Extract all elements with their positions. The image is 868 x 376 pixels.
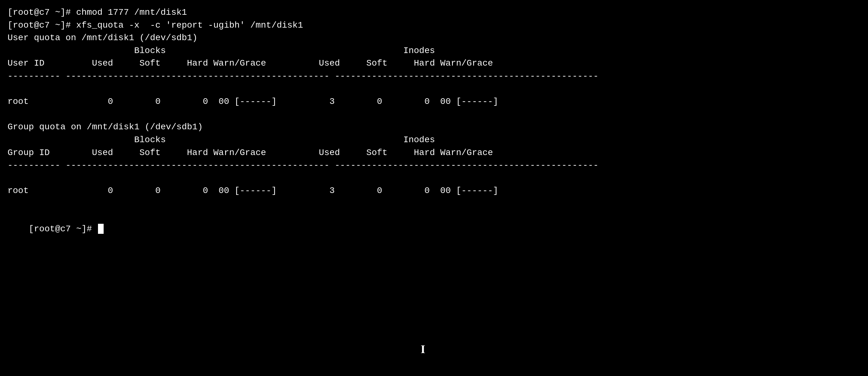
terminal-line-user-blocks-header: Blocks Inodes (7, 44, 861, 58)
prompt-text: [root@c7 ~]# (29, 224, 97, 234)
cursor-block (98, 224, 104, 234)
terminal-window: [root@c7 ~]# chmod 1777 /mnt/disk1 [root… (7, 6, 861, 248)
terminal-line-group-root: root 0 0 0 00 [------] 3 0 0 00 [------] (7, 184, 861, 197)
terminal-line-user-blank (7, 83, 861, 96)
terminal-line-blank1 (7, 108, 861, 121)
terminal-line-group-col-header: Group ID Used Soft Hard Warn/Grace Used … (7, 146, 861, 160)
terminal-prompt-line[interactable]: [root@c7 ~]# (7, 210, 861, 248)
terminal-line-group-divider: ---------- -----------------------------… (7, 159, 861, 172)
terminal-line-cmd1: [root@c7 ~]# chmod 1777 /mnt/disk1 (7, 6, 861, 19)
terminal-line-group-quota-title: Group quota on /mnt/disk1 (/dev/sdb1) (7, 121, 861, 134)
terminal-line-group-blocks-header: Blocks Inodes (7, 134, 861, 146)
terminal-line-user-root: root 0 0 0 00 [------] 3 0 0 00 [------] (7, 95, 861, 108)
terminal-line-user-col-header: User ID Used Soft Hard Warn/Grace Used S… (7, 57, 861, 70)
terminal-line-blank2 (7, 197, 861, 210)
terminal-line-cmd2: [root@c7 ~]# xfs_quota -x -c 'report -ug… (7, 19, 861, 32)
mouse-cursor: 𝐈 (421, 342, 425, 358)
terminal-line-user-quota-title: User quota on /mnt/disk1 (/dev/sdb1) (7, 32, 861, 44)
terminal-line-group-blank (7, 172, 861, 185)
terminal-line-user-divider: ---------- -----------------------------… (7, 70, 861, 83)
